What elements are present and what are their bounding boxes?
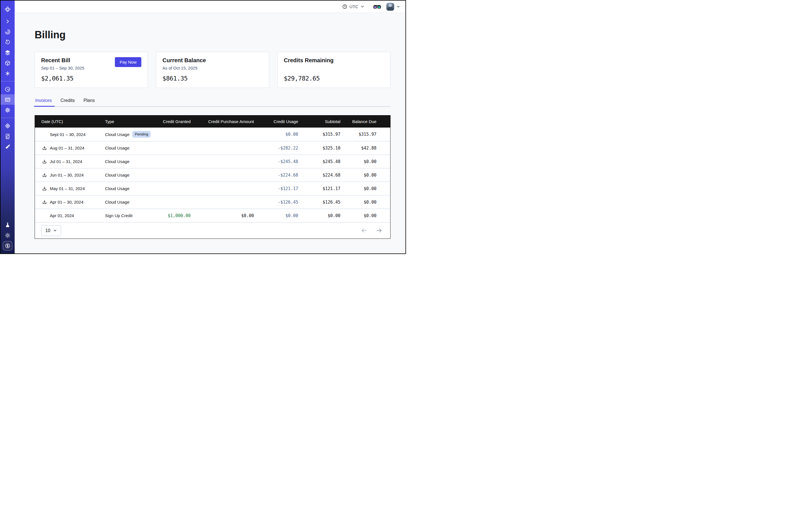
card-subtitle: Sep 01 – Sep 30, 2025 (41, 66, 84, 71)
glasses-icon (373, 4, 381, 9)
card-subtitle (284, 66, 334, 71)
tab-invoices[interactable]: Invoices (35, 96, 52, 106)
cube-icon[interactable] (1, 58, 15, 68)
cell-credit-purchase (195, 141, 258, 155)
cell-credit-usage: -$282.22 (258, 141, 303, 155)
card-amount: $29,782.65 (284, 75, 384, 82)
column-header-type: Type (102, 119, 161, 124)
column-header-credit-usage: Credit Usage (258, 119, 303, 124)
cell-balance-due: $42.88 (345, 141, 390, 155)
invoice-type: Cloud Usage (105, 200, 130, 204)
cell-credit-granted (161, 141, 195, 155)
table-row: Apr 01 – 30, 2024Cloud Usage-$126.45$126… (35, 195, 390, 209)
download-placeholder (42, 213, 47, 218)
download-invoice-button[interactable] (42, 145, 47, 151)
cell-subtotal: $224.68 (303, 168, 345, 182)
cell-credit-granted (161, 155, 195, 168)
invoice-type: Cloud Usage (105, 145, 130, 151)
download-icon (42, 145, 47, 151)
pagination-controls (361, 227, 382, 234)
account-menu-button[interactable] (386, 3, 400, 11)
cell-credit-granted (161, 196, 195, 209)
cell-credit-usage: $0.00 (258, 209, 303, 222)
card-title: Credits Remaining (284, 57, 334, 64)
invoice-date: Jun 01 – 30, 2024 (50, 173, 84, 177)
cell-balance-due: $0.00 (345, 168, 390, 182)
cell-subtotal: $325.10 (303, 141, 345, 155)
column-header-credit-granted: Credit Granted (161, 119, 195, 124)
clock-icon (342, 4, 347, 9)
sidebar (1, 1, 15, 253)
invoices-table: Date (UTC) Type Credit Granted Credit Pu… (35, 115, 390, 239)
cell-type: Cloud Usage (102, 168, 161, 182)
timezone-selector[interactable]: UTC (342, 4, 365, 9)
summary-cards: Recent Bill Sep 01 – Sep 30, 2025 Pay No… (35, 52, 390, 88)
flask-icon[interactable] (1, 220, 15, 230)
invoice-date: Jul 01 – 31, 2024 (50, 159, 82, 164)
docs-book-sparkle-icon[interactable] (1, 131, 15, 141)
gear-icon[interactable] (1, 105, 15, 115)
cell-type: Cloud UsagePending (102, 128, 161, 141)
download-invoice-button[interactable] (42, 186, 47, 191)
download-placeholder (42, 132, 47, 137)
sidebar-divider (1, 81, 15, 81)
ship-wheel-icon[interactable] (1, 121, 15, 131)
invoice-type: Cloud Usage (105, 132, 130, 137)
tab-plans[interactable]: Plans (83, 96, 95, 106)
sidebar-expand-chevron-icon[interactable] (1, 16, 15, 27)
cell-credit-purchase (195, 196, 258, 209)
download-invoice-button[interactable] (42, 173, 47, 178)
next-page-button[interactable] (376, 227, 382, 234)
download-invoice-button[interactable] (42, 200, 47, 205)
cell-credit-purchase (195, 155, 258, 168)
table-header: Date (UTC) Type Credit Granted Credit Pu… (35, 116, 390, 128)
tab-credits[interactable]: Credits (60, 96, 76, 106)
table-row: May 01 – 31, 2024Cloud Usage-$121.17$121… (35, 182, 390, 195)
cell-balance-due: $0.00 (345, 182, 390, 195)
cell-balance-due: $0.00 (345, 155, 390, 168)
cell-credit-usage: -$126.45 (258, 196, 303, 209)
cell-credit-granted (161, 128, 195, 141)
cell-credit-usage: $0.00 (258, 128, 303, 141)
table-body: Sept 01 – 30, 2024Cloud UsagePending$0.0… (35, 128, 390, 222)
rocket-icon[interactable] (1, 141, 15, 152)
pay-now-button[interactable]: Pay Now (115, 57, 141, 67)
prev-page-button[interactable] (361, 227, 368, 234)
sidebar-item-billing-card-icon[interactable] (1, 94, 15, 105)
credits-remaining-card: Credits Remaining $29,782.65 (277, 52, 390, 88)
asterisk-icon[interactable] (1, 68, 15, 79)
gauge-icon[interactable] (1, 84, 15, 94)
app-logo-orbit-icon[interactable] (1, 4, 15, 14)
invoice-date: Aug 01 – 31, 2024 (50, 145, 84, 151)
cell-balance-due: $315.97 (345, 128, 390, 141)
cell-balance-due: $0.00 (345, 196, 390, 209)
cell-type: Cloud Usage (102, 196, 161, 209)
cell-credit-granted (161, 168, 195, 182)
history-timer-icon[interactable] (1, 37, 15, 47)
download-icon (42, 173, 47, 178)
current-balance-card: Current Balance As of Oct 15, 2025 $861.… (156, 52, 269, 88)
sun-icon[interactable] (1, 230, 15, 241)
card-amount: $861.35 (163, 75, 263, 82)
page-size-value: 10 (45, 228, 50, 233)
column-header-date: Date (UTC) (35, 119, 102, 124)
dollar-badge-button[interactable] (3, 241, 12, 251)
status-badge: Pending (132, 131, 151, 138)
table-footer: 10 (35, 222, 390, 239)
cell-credit-purchase: $0.00 (195, 209, 258, 222)
page-size-select[interactable]: 10 (41, 225, 61, 236)
cell-credit-purchase (195, 168, 258, 182)
download-invoice-button[interactable] (42, 159, 47, 164)
layers-icon[interactable] (1, 47, 15, 58)
invoice-type: Cloud Usage (105, 173, 130, 177)
cell-credit-purchase (195, 182, 258, 195)
card-subtitle: As of Oct 15, 2025 (163, 66, 206, 71)
reader-glasses-button[interactable] (373, 4, 381, 9)
cell-date: Sept 01 – 30, 2024 (35, 128, 102, 141)
trace-spiral-icon[interactable] (1, 27, 15, 37)
cell-credit-granted: $1,000.00 (161, 209, 195, 222)
arrow-right-icon (376, 227, 382, 234)
card-amount: $2,061.35 (41, 75, 141, 82)
cell-type: Cloud Usage (102, 182, 161, 195)
cell-balance-due: $0.00 (345, 209, 390, 222)
